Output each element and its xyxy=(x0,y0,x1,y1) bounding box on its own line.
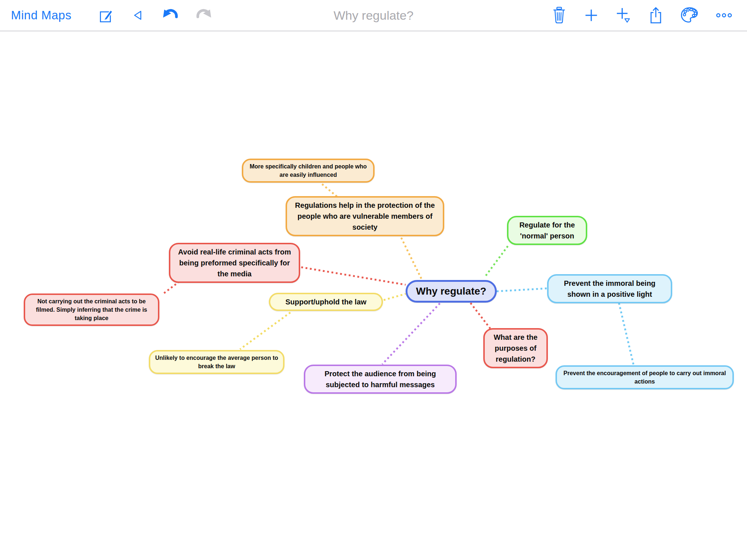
redo-icon xyxy=(196,7,213,24)
mind-maps-back-button[interactable]: Mind Maps xyxy=(11,8,71,22)
compose-icon[interactable] xyxy=(98,7,115,24)
node-prevent-immoral[interactable]: Prevent the immoral being shown in a pos… xyxy=(547,274,672,303)
connector-center-immoral xyxy=(497,288,547,291)
node-avoid-criminal-acts[interactable]: Avoid real-life criminal acts from being… xyxy=(169,243,300,283)
map-title: Why regulate? xyxy=(333,8,413,23)
node-why-regulate[interactable]: Why regulate? xyxy=(406,280,497,303)
style-palette-icon[interactable] xyxy=(680,7,699,24)
trash-icon[interactable] xyxy=(551,7,567,24)
node-regulations-protection[interactable]: Regulations help in the protection of th… xyxy=(286,196,444,236)
connector-center-purposes xyxy=(471,303,490,328)
node-unlikely-encourage[interactable]: Unlikely to encourage the average person… xyxy=(149,350,285,374)
node-purposes-of-regulation[interactable]: What are the purposes of regulation? xyxy=(483,328,548,368)
map-canvas[interactable]: Why regulate? Regulations help in the pr… xyxy=(0,0,747,560)
add-node-icon[interactable] xyxy=(584,8,599,23)
node-prevent-encouragement[interactable]: Prevent the encouragement of people to c… xyxy=(556,365,734,389)
node-support-law[interactable]: Support/uphold the law xyxy=(269,293,383,311)
connector-center-regulations xyxy=(401,238,422,279)
connector-immoral-encouragement xyxy=(619,303,634,365)
undo-icon[interactable] xyxy=(161,7,179,24)
more-icon[interactable] xyxy=(716,11,732,19)
node-protect-audience[interactable]: Protect the audience from being subjecte… xyxy=(304,365,457,394)
node-children-influenced[interactable]: More specifically children and people wh… xyxy=(242,159,375,183)
connector-avoid-notcarrying xyxy=(163,281,179,294)
toolbar: Mind Maps xyxy=(0,0,747,31)
add-child-node-icon[interactable] xyxy=(616,7,632,24)
connector-support-unlikely xyxy=(240,312,290,349)
connector-center-protect xyxy=(382,303,440,364)
connector-center-avoid xyxy=(297,267,406,285)
connector-center-normal xyxy=(486,244,509,276)
node-regulate-normal[interactable]: Regulate for the 'normal' person xyxy=(507,216,587,245)
connector-regulations-children xyxy=(322,184,337,197)
connector-center-support xyxy=(384,294,406,300)
share-icon[interactable] xyxy=(649,6,663,24)
node-not-carrying-out[interactable]: Not carrying out the criminal acts to be… xyxy=(24,293,159,326)
previous-map-icon[interactable] xyxy=(131,7,144,23)
